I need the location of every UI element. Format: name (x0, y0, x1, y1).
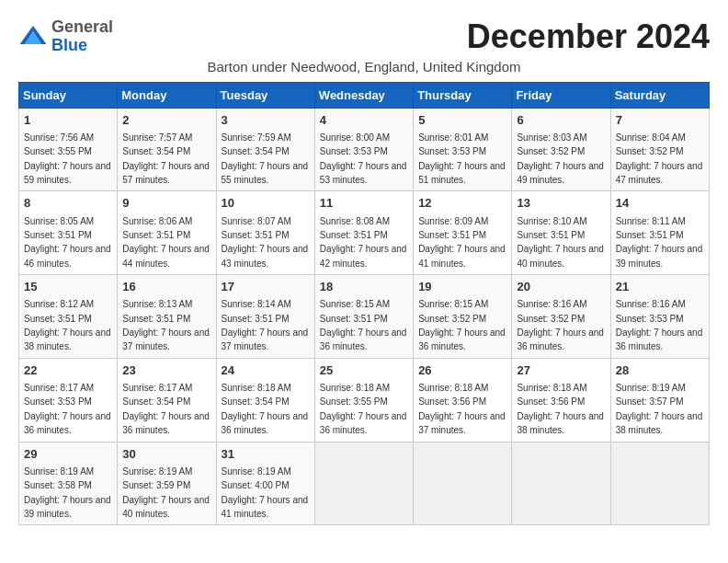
day-number: 5 (418, 112, 506, 129)
logo: General Blue (18, 18, 113, 55)
day-info: Sunrise: 8:18 AMSunset: 3:55 PMDaylight:… (320, 383, 407, 435)
day-number: 1 (24, 112, 112, 129)
calendar-cell (314, 442, 413, 525)
calendar-cell: 13 Sunrise: 8:10 AMSunset: 3:51 PMDaylig… (512, 191, 610, 275)
calendar-cell: 24 Sunrise: 8:18 AMSunset: 3:54 PMDaylig… (216, 358, 314, 442)
day-info: Sunrise: 8:03 AMSunset: 3:52 PMDaylight:… (517, 132, 604, 185)
logo-general: General (51, 17, 113, 36)
day-number: 16 (122, 279, 210, 295)
day-number: 8 (24, 195, 112, 212)
calendar-table: SundayMondayTuesdayWednesdayThursdayFrid… (18, 82, 710, 526)
calendar-cell: 18 Sunrise: 8:15 AMSunset: 3:51 PMDaylig… (314, 275, 413, 359)
day-info: Sunrise: 8:16 AMSunset: 3:53 PMDaylight:… (616, 299, 703, 351)
logo-blue: Blue (51, 36, 87, 54)
day-info: Sunrise: 8:01 AMSunset: 3:53 PMDaylight:… (418, 132, 506, 185)
page-header: General Blue December 2024 (18, 18, 710, 55)
day-info: Sunrise: 8:09 AMSunset: 3:51 PMDaylight:… (418, 216, 506, 269)
calendar-cell: 16 Sunrise: 8:13 AMSunset: 3:51 PMDaylig… (118, 275, 216, 359)
day-info: Sunrise: 8:18 AMSunset: 3:54 PMDaylight:… (222, 383, 309, 435)
calendar-cell: 5 Sunrise: 8:01 AMSunset: 3:53 PMDayligh… (414, 108, 512, 191)
day-number: 23 (122, 362, 210, 379)
calendar-cell: 4 Sunrise: 8:00 AMSunset: 3:53 PMDayligh… (314, 108, 413, 191)
calendar-cell: 26 Sunrise: 8:18 AMSunset: 3:56 PMDaylig… (414, 358, 512, 442)
day-number: 3 (222, 112, 310, 129)
day-info: Sunrise: 7:57 AMSunset: 3:54 PMDaylight:… (122, 132, 210, 185)
header-day-wednesday: Wednesday (314, 82, 413, 108)
day-info: Sunrise: 8:07 AMSunset: 3:51 PMDaylight:… (222, 216, 309, 269)
calendar-cell: 3 Sunrise: 7:59 AMSunset: 3:54 PMDayligh… (216, 108, 314, 191)
day-info: Sunrise: 8:00 AMSunset: 3:53 PMDaylight:… (320, 132, 407, 185)
day-number: 12 (418, 195, 506, 212)
header-day-sunday: Sunday (19, 82, 118, 108)
day-number: 19 (418, 279, 506, 295)
calendar-cell (610, 442, 709, 525)
day-number: 29 (24, 446, 112, 463)
day-info: Sunrise: 8:11 AMSunset: 3:51 PMDaylight:… (616, 216, 703, 269)
month-title: December 2024 (467, 18, 710, 55)
calendar-cell (512, 442, 610, 525)
day-info: Sunrise: 8:16 AMSunset: 3:52 PMDaylight:… (517, 299, 604, 351)
calendar-cell (414, 442, 512, 525)
day-info: Sunrise: 8:17 AMSunset: 3:53 PMDaylight:… (24, 383, 111, 435)
day-number: 27 (517, 362, 605, 379)
day-number: 7 (616, 112, 704, 129)
day-info: Sunrise: 8:14 AMSunset: 3:51 PMDaylight:… (222, 299, 309, 351)
calendar-cell: 12 Sunrise: 8:09 AMSunset: 3:51 PMDaylig… (414, 191, 512, 275)
week-row-4: 22 Sunrise: 8:17 AMSunset: 3:53 PMDaylig… (19, 358, 710, 442)
calendar-cell: 14 Sunrise: 8:11 AMSunset: 3:51 PMDaylig… (610, 191, 709, 275)
calendar-cell: 10 Sunrise: 8:07 AMSunset: 3:51 PMDaylig… (216, 191, 314, 275)
day-number: 2 (122, 112, 210, 129)
location: Barton under Needwood, England, United K… (18, 59, 710, 75)
header-day-saturday: Saturday (610, 82, 709, 108)
week-row-5: 29 Sunrise: 8:19 AMSunset: 3:58 PMDaylig… (19, 442, 710, 525)
day-number: 28 (616, 362, 704, 379)
day-info: Sunrise: 8:19 AMSunset: 3:57 PMDaylight:… (616, 383, 703, 435)
day-info: Sunrise: 8:17 AMSunset: 3:54 PMDaylight:… (122, 383, 210, 435)
day-info: Sunrise: 8:04 AMSunset: 3:52 PMDaylight:… (616, 132, 703, 185)
calendar-body: 1 Sunrise: 7:56 AMSunset: 3:55 PMDayligh… (19, 108, 710, 525)
calendar-cell: 6 Sunrise: 8:03 AMSunset: 3:52 PMDayligh… (512, 108, 610, 191)
calendar-cell: 21 Sunrise: 8:16 AMSunset: 3:53 PMDaylig… (610, 275, 709, 359)
day-info: Sunrise: 8:18 AMSunset: 3:56 PMDaylight:… (418, 383, 506, 435)
day-info: Sunrise: 8:19 AMSunset: 3:58 PMDaylight:… (24, 466, 111, 519)
day-info: Sunrise: 8:05 AMSunset: 3:51 PMDaylight:… (24, 216, 111, 269)
day-info: Sunrise: 7:56 AMSunset: 3:55 PMDaylight:… (24, 132, 111, 185)
day-info: Sunrise: 8:15 AMSunset: 3:51 PMDaylight:… (320, 299, 407, 351)
header-day-thursday: Thursday (414, 82, 512, 108)
day-number: 10 (222, 195, 310, 212)
calendar-cell: 1 Sunrise: 7:56 AMSunset: 3:55 PMDayligh… (19, 108, 118, 191)
day-info: Sunrise: 8:08 AMSunset: 3:51 PMDaylight:… (320, 216, 407, 269)
calendar-cell: 20 Sunrise: 8:16 AMSunset: 3:52 PMDaylig… (512, 275, 610, 359)
day-info: Sunrise: 8:15 AMSunset: 3:52 PMDaylight:… (418, 299, 506, 351)
calendar-cell: 7 Sunrise: 8:04 AMSunset: 3:52 PMDayligh… (610, 108, 709, 191)
header-day-friday: Friday (512, 82, 610, 108)
calendar-cell: 25 Sunrise: 8:18 AMSunset: 3:55 PMDaylig… (314, 358, 413, 442)
day-number: 30 (122, 446, 210, 463)
day-number: 18 (320, 279, 408, 295)
day-number: 22 (24, 362, 112, 379)
day-number: 24 (222, 362, 310, 379)
calendar-cell: 28 Sunrise: 8:19 AMSunset: 3:57 PMDaylig… (610, 358, 709, 442)
calendar-cell: 8 Sunrise: 8:05 AMSunset: 3:51 PMDayligh… (19, 191, 118, 275)
day-number: 6 (517, 112, 605, 129)
logo-text: General Blue (51, 18, 113, 55)
day-info: Sunrise: 8:18 AMSunset: 3:56 PMDaylight:… (517, 383, 604, 435)
day-info: Sunrise: 8:19 AMSunset: 3:59 PMDaylight:… (122, 466, 210, 519)
calendar-cell: 22 Sunrise: 8:17 AMSunset: 3:53 PMDaylig… (19, 358, 118, 442)
calendar-cell: 9 Sunrise: 8:06 AMSunset: 3:51 PMDayligh… (118, 191, 216, 275)
header-day-tuesday: Tuesday (216, 82, 314, 108)
day-number: 14 (616, 195, 704, 212)
calendar-cell: 11 Sunrise: 8:08 AMSunset: 3:51 PMDaylig… (314, 191, 413, 275)
logo-icon (18, 22, 48, 52)
day-number: 20 (517, 279, 605, 295)
day-number: 26 (418, 362, 506, 379)
day-info: Sunrise: 8:06 AMSunset: 3:51 PMDaylight:… (122, 216, 210, 269)
week-row-3: 15 Sunrise: 8:12 AMSunset: 3:51 PMDaylig… (19, 275, 710, 359)
calendar-cell: 30 Sunrise: 8:19 AMSunset: 3:59 PMDaylig… (118, 442, 216, 525)
calendar-cell: 2 Sunrise: 7:57 AMSunset: 3:54 PMDayligh… (118, 108, 216, 191)
day-info: Sunrise: 7:59 AMSunset: 3:54 PMDaylight:… (222, 132, 309, 185)
week-row-1: 1 Sunrise: 7:56 AMSunset: 3:55 PMDayligh… (19, 108, 710, 191)
header-row: SundayMondayTuesdayWednesdayThursdayFrid… (19, 82, 710, 108)
header-day-monday: Monday (118, 82, 216, 108)
day-info: Sunrise: 8:19 AMSunset: 4:00 PMDaylight:… (222, 466, 309, 519)
